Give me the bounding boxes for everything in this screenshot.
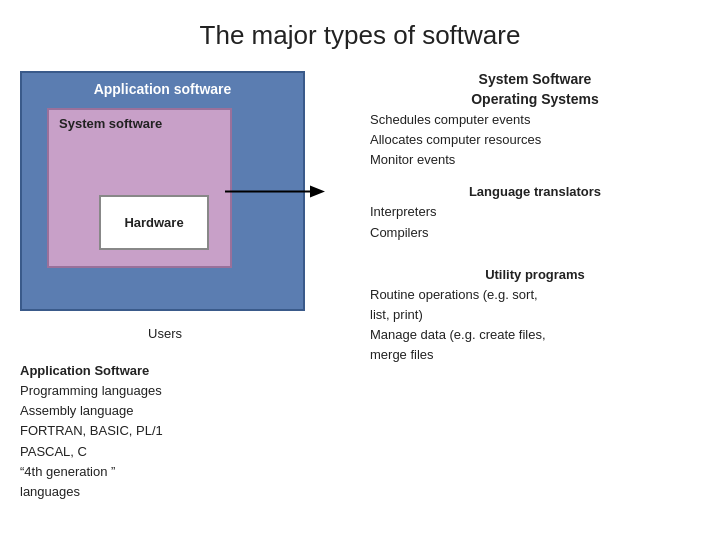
main-content: Application software System software Har… (20, 71, 700, 502)
os-details: Schedules computer events Allocates comp… (370, 110, 700, 170)
app-item-5: “4th generation ” (20, 464, 115, 479)
system-label: System software (59, 116, 162, 131)
os-item-1: Schedules computer events (370, 112, 530, 127)
os-item-2: Allocates computer resources (370, 132, 541, 147)
lang-item-1: Interpreters (370, 204, 436, 219)
os-item-3: Monitor events (370, 152, 455, 167)
info-area: System Software Operating Systems Schedu… (370, 71, 700, 365)
system-box: System software Hardware (47, 108, 232, 268)
page: The major types of software Application … (0, 0, 720, 540)
utility-item-3: Manage data (e.g. create files, (370, 327, 546, 342)
system-software-header: System Software (370, 71, 700, 87)
language-translators-section: Language translators Interpreters Compil… (370, 184, 700, 242)
utility-details: Routine operations (e.g. sort, list, pri… (370, 285, 700, 366)
hardware-label: Hardware (124, 215, 183, 230)
nested-diagram: Application software System software Har… (20, 71, 310, 351)
utility-item-2: list, print) (370, 307, 423, 322)
app-item-2: Assembly language (20, 403, 133, 418)
app-software-section: Application Software Programming languag… (20, 361, 163, 502)
svg-marker-1 (310, 186, 325, 198)
utility-item-1: Routine operations (e.g. sort, (370, 287, 538, 302)
arrow-icon (225, 179, 325, 204)
system-software-section: System Software Operating Systems Schedu… (370, 71, 700, 170)
app-item-1: Programming languages (20, 383, 162, 398)
application-label: Application software (94, 81, 232, 97)
users-label: Users (148, 326, 182, 341)
utility-title: Utility programs (370, 267, 700, 282)
utility-section: Utility programs Routine operations (e.g… (370, 267, 700, 366)
app-item-3: FORTRAN, BASIC, PL/1 (20, 423, 163, 438)
lang-trans-title: Language translators (370, 184, 700, 199)
lang-item-2: Compilers (370, 225, 429, 240)
page-title: The major types of software (20, 20, 700, 51)
app-software-title: Application Software (20, 363, 149, 378)
utility-item-4: merge files (370, 347, 434, 362)
os-title: Operating Systems (370, 91, 700, 107)
app-item-4: PASCAL, C (20, 444, 87, 459)
app-item-6: languages (20, 484, 80, 499)
diagram-area: Application software System software Har… (20, 71, 340, 502)
hardware-box: Hardware (99, 195, 209, 250)
lang-trans-details: Interpreters Compilers (370, 202, 700, 242)
